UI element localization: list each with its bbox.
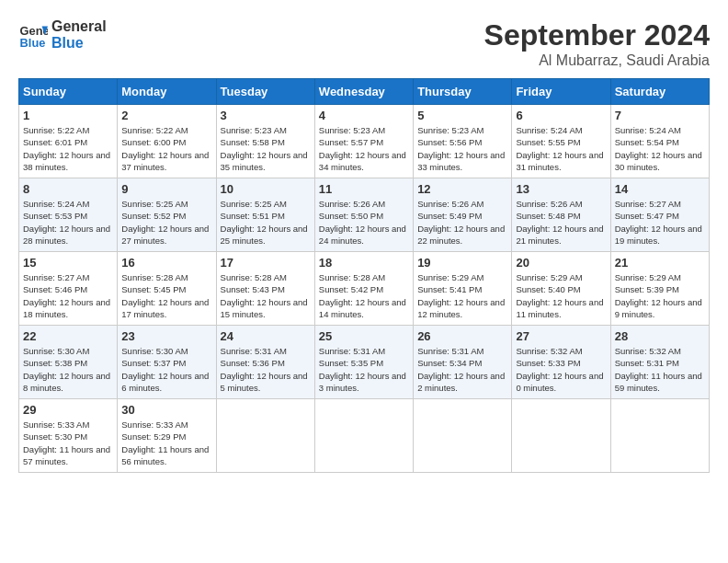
day-number: 21 xyxy=(615,256,705,270)
day-number: 10 xyxy=(221,182,311,196)
day-info: Sunrise: 5:22 AM Sunset: 6:01 PM Dayligh… xyxy=(23,124,113,173)
day-cell-3: 3 Sunrise: 5:23 AM Sunset: 5:58 PM Dayli… xyxy=(216,105,314,178)
day-info: Sunrise: 5:33 AM Sunset: 5:29 PM Dayligh… xyxy=(121,419,211,467)
day-number: 23 xyxy=(121,329,211,343)
sunrise-label: Sunrise: 5:22 AM xyxy=(121,125,188,135)
daylight-label: Daylight: 12 hours and 11 minutes. xyxy=(516,297,603,319)
day-number: 25 xyxy=(319,329,409,343)
day-info: Sunrise: 5:27 AM Sunset: 5:47 PM Dayligh… xyxy=(615,198,705,247)
day-cell-9: 9 Sunrise: 5:25 AM Sunset: 5:52 PM Dayli… xyxy=(118,178,216,252)
day-info: Sunrise: 5:24 AM Sunset: 5:54 PM Dayligh… xyxy=(615,124,705,173)
day-info: Sunrise: 5:23 AM Sunset: 5:57 PM Dayligh… xyxy=(319,124,409,173)
day-number: 1 xyxy=(23,109,113,122)
day-cell-8: 8 Sunrise: 5:24 AM Sunset: 5:53 PM Dayli… xyxy=(19,178,118,252)
sunrise-label: Sunrise: 5:26 AM xyxy=(319,199,385,209)
calendar-week-5: 29 Sunrise: 5:33 AM Sunset: 5:30 PM Dayl… xyxy=(19,399,710,473)
day-number: 12 xyxy=(417,182,507,196)
daylight-label: Daylight: 12 hours and 0 minutes. xyxy=(516,371,603,393)
calendar-week-1: 1 Sunrise: 5:22 AM Sunset: 6:01 PM Dayli… xyxy=(19,105,710,178)
day-number: 14 xyxy=(615,182,705,196)
daylight-label: Daylight: 12 hours and 19 minutes. xyxy=(615,224,702,246)
calendar-table: SundayMondayTuesdayWednesdayThursdayFrid… xyxy=(18,78,710,473)
sunset-label: Sunset: 5:48 PM xyxy=(516,211,580,221)
sunset-label: Sunset: 5:36 PM xyxy=(221,358,285,368)
sunrise-label: Sunrise: 5:32 AM xyxy=(516,346,582,356)
sunrise-label: Sunrise: 5:29 AM xyxy=(516,272,582,282)
sunrise-label: Sunrise: 5:23 AM xyxy=(221,125,287,135)
sunrise-label: Sunrise: 5:27 AM xyxy=(23,272,89,282)
day-cell-16: 16 Sunrise: 5:28 AM Sunset: 5:45 PM Dayl… xyxy=(118,252,216,326)
day-number: 17 xyxy=(221,256,311,270)
daylight-label: Daylight: 12 hours and 22 minutes. xyxy=(417,224,505,246)
day-number: 19 xyxy=(417,256,507,270)
day-info: Sunrise: 5:24 AM Sunset: 5:55 PM Dayligh… xyxy=(516,124,606,173)
sunset-label: Sunset: 5:41 PM xyxy=(417,284,482,294)
sunset-label: Sunset: 5:46 PM xyxy=(23,284,87,294)
day-number: 15 xyxy=(23,256,113,270)
daylight-label: Daylight: 12 hours and 38 minutes. xyxy=(23,150,110,172)
day-cell-13: 13 Sunrise: 5:26 AM Sunset: 5:48 PM Dayl… xyxy=(512,178,610,252)
sunrise-label: Sunrise: 5:25 AM xyxy=(121,199,188,209)
daylight-label: Daylight: 12 hours and 5 minutes. xyxy=(221,371,308,393)
col-header-monday: Monday xyxy=(118,79,216,105)
day-cell-14: 14 Sunrise: 5:27 AM Sunset: 5:47 PM Dayl… xyxy=(610,178,709,252)
daylight-label: Daylight: 12 hours and 35 minutes. xyxy=(221,150,308,172)
day-cell-21: 21 Sunrise: 5:29 AM Sunset: 5:39 PM Dayl… xyxy=(610,252,709,326)
daylight-label: Daylight: 12 hours and 25 minutes. xyxy=(221,224,308,246)
sunrise-label: Sunrise: 5:28 AM xyxy=(319,272,385,282)
day-cell-25: 25 Sunrise: 5:31 AM Sunset: 5:35 PM Dayl… xyxy=(314,326,413,399)
sunset-label: Sunset: 5:35 PM xyxy=(319,358,383,368)
daylight-label: Daylight: 12 hours and 31 minutes. xyxy=(516,150,603,172)
day-info: Sunrise: 5:30 AM Sunset: 5:37 PM Dayligh… xyxy=(121,345,211,394)
sunset-label: Sunset: 6:00 PM xyxy=(121,137,186,147)
day-info: Sunrise: 5:32 AM Sunset: 5:31 PM Dayligh… xyxy=(615,345,705,394)
calendar-week-2: 8 Sunrise: 5:24 AM Sunset: 5:53 PM Dayli… xyxy=(19,178,710,252)
day-cell-5: 5 Sunrise: 5:23 AM Sunset: 5:56 PM Dayli… xyxy=(414,105,512,178)
sunset-label: Sunset: 5:40 PM xyxy=(516,284,580,294)
daylight-label: Daylight: 12 hours and 27 minutes. xyxy=(121,224,209,246)
col-header-sunday: Sunday xyxy=(19,79,118,105)
day-number: 3 xyxy=(221,109,311,122)
day-cell-24: 24 Sunrise: 5:31 AM Sunset: 5:36 PM Dayl… xyxy=(216,326,314,399)
day-info: Sunrise: 5:31 AM Sunset: 5:36 PM Dayligh… xyxy=(221,345,311,394)
daylight-label: Daylight: 11 hours and 57 minutes. xyxy=(23,444,110,466)
daylight-label: Daylight: 12 hours and 17 minutes. xyxy=(121,297,209,319)
sunset-label: Sunset: 5:49 PM xyxy=(417,211,482,221)
day-info: Sunrise: 5:24 AM Sunset: 5:53 PM Dayligh… xyxy=(23,198,113,247)
day-number: 4 xyxy=(319,109,409,122)
day-number: 26 xyxy=(417,329,507,343)
day-number: 28 xyxy=(615,329,705,343)
day-cell-22: 22 Sunrise: 5:30 AM Sunset: 5:38 PM Dayl… xyxy=(19,326,118,399)
day-info: Sunrise: 5:27 AM Sunset: 5:46 PM Dayligh… xyxy=(23,271,113,320)
sunrise-label: Sunrise: 5:33 AM xyxy=(23,419,89,430)
daylight-label: Daylight: 11 hours and 59 minutes. xyxy=(615,371,702,393)
col-header-wednesday: Wednesday xyxy=(314,79,413,105)
empty-cell xyxy=(216,399,314,473)
sunset-label: Sunset: 5:50 PM xyxy=(319,211,383,221)
day-info: Sunrise: 5:26 AM Sunset: 5:50 PM Dayligh… xyxy=(319,198,409,247)
sunset-label: Sunset: 5:51 PM xyxy=(221,211,285,221)
col-header-thursday: Thursday xyxy=(414,79,512,105)
daylight-label: Daylight: 12 hours and 30 minutes. xyxy=(615,150,702,172)
calendar-header-row: SundayMondayTuesdayWednesdayThursdayFrid… xyxy=(19,79,710,105)
col-header-tuesday: Tuesday xyxy=(216,79,314,105)
day-info: Sunrise: 5:28 AM Sunset: 5:45 PM Dayligh… xyxy=(121,271,211,320)
daylight-label: Daylight: 12 hours and 33 minutes. xyxy=(417,150,505,172)
day-number: 9 xyxy=(121,182,211,196)
month-title: September 2024 xyxy=(484,18,710,52)
sunrise-label: Sunrise: 5:24 AM xyxy=(23,199,89,209)
day-cell-17: 17 Sunrise: 5:28 AM Sunset: 5:43 PM Dayl… xyxy=(216,252,314,326)
day-number: 5 xyxy=(417,109,507,122)
col-header-saturday: Saturday xyxy=(610,79,709,105)
day-cell-28: 28 Sunrise: 5:32 AM Sunset: 5:31 PM Dayl… xyxy=(610,326,709,399)
day-number: 29 xyxy=(23,403,113,417)
empty-cell xyxy=(414,399,512,473)
daylight-label: Daylight: 12 hours and 24 minutes. xyxy=(319,224,406,246)
day-cell-4: 4 Sunrise: 5:23 AM Sunset: 5:57 PM Dayli… xyxy=(314,105,413,178)
day-info: Sunrise: 5:31 AM Sunset: 5:35 PM Dayligh… xyxy=(319,345,409,394)
col-header-friday: Friday xyxy=(512,79,610,105)
calendar-week-4: 22 Sunrise: 5:30 AM Sunset: 5:38 PM Dayl… xyxy=(19,326,710,399)
daylight-label: Daylight: 12 hours and 3 minutes. xyxy=(319,371,406,393)
sunrise-label: Sunrise: 5:31 AM xyxy=(221,346,287,356)
sunset-label: Sunset: 5:56 PM xyxy=(417,137,482,147)
